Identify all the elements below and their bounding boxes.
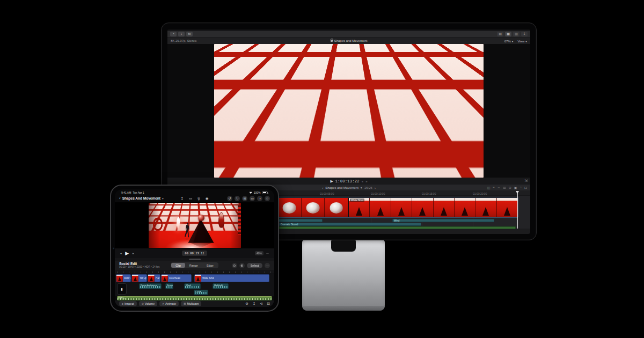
color-adjust-icon[interactable]: ◑ [257,196,262,201]
export-icon[interactable]: ↥ [181,196,184,201]
volume-icon: ⊙ [142,302,144,305]
ipad-timeline-ruler[interactable] [115,270,274,274]
scene-filmstrip-wall [238,205,241,235]
timeline-expand-icon[interactable]: ⇲ [524,179,528,183]
skip-forward-icon[interactable]: » [365,180,367,183]
mac-toolbar: ◔ ↓ fx ▤ ▦ ▥ ↥ [167,31,530,38]
delete-icon[interactable]: ⊘ [245,302,248,306]
volume-button[interactable]: ⊙ Volume [139,301,158,306]
inspect-button[interactable]: ≡ Inspect [119,301,137,306]
skip-back-icon[interactable]: « [362,180,363,183]
ipad-timeline-header: Social Edit 00:20 • 3840 × 2160 • HDR • … [115,261,274,270]
audio-clip-crash[interactable]: Crash [194,290,208,295]
video-clip-overhead[interactable]: Overhead [161,274,192,282]
video-clip-tilt-up[interactable]: Tilt Up [131,274,147,282]
inspector-toggle-icon[interactable]: ▥ [513,32,519,36]
video-clip-spheres[interactable] [278,198,348,217]
music-track[interactable] [279,226,516,229]
ipad-status-bar: 9:41 AM Tue Apr 1 100% [115,189,274,194]
animate-button[interactable]: ◇ Animate [159,301,179,306]
snapping-icon[interactable]: ⊞ [503,186,506,189]
audio-clip-drone[interactable]: Drone [165,283,173,289]
audio-clip[interactable] [277,219,323,222]
redo-icon[interactable]: ↻ [235,196,240,201]
studio-display-stand [302,239,385,311]
ipad-viewer [115,202,274,248]
timeline-duration: 16:26 [364,186,372,189]
multicam-icon: ⊞ [184,302,186,305]
clip-thumbnail [162,275,168,282]
browser-toggle-icon[interactable]: ▤ [497,32,503,36]
mute-icon[interactable]: ⊲ [260,302,262,306]
gap-clip[interactable]: ▮ [117,283,127,295]
background-tasks-icon[interactable]: ◔ [170,32,177,36]
record-icon[interactable]: ◉ [206,196,209,201]
timeline-next-icon[interactable]: › [375,186,376,189]
back-button[interactable]: ‹ Shapes And Movement ▾ [119,196,164,201]
final-cut-pro-ipad-app: 9:41 AM Tue Apr 1 100% ‹ Shapes And Move… [115,189,274,307]
video-clip-wide-shot[interactable]: Wide Shot [194,274,269,282]
ipad-player-controls: « ▶ » 00:00:13:11 40% ⋯ [115,248,274,258]
ipad-audio-tracks: ▮ Room Ambience Drone Wind Highlight Cra… [115,283,274,296]
scene-light-portal [292,85,310,127]
mode-range[interactable]: Range [185,263,202,268]
more-icon[interactable]: ⋯ [266,252,269,255]
audio-clip-dramatic-sound[interactable]: Dramatic Sound [279,223,421,226]
timeline-prev-icon[interactable]: ‹ [322,186,323,189]
timeline-settings-icon[interactable]: ⊟ [524,186,527,189]
viewer-info-bar: 8K 29.97p, Stereo Shapes and Movement 67… [167,38,530,44]
audio-clip-room-ambience[interactable]: Room Ambience [139,283,162,289]
solo-icon[interactable]: ▣ [514,186,517,189]
export-clip-icon[interactable]: ↥ [253,302,255,306]
audio-clip-highlight[interactable]: Highlight [213,283,229,289]
share-icon[interactable]: ↥ [521,32,528,36]
audio-clip-wind[interactable]: Wind [184,283,201,289]
timeline-more-icon[interactable]: ⋯ [265,263,270,268]
music-track-08-flux[interactable]: 08 Flux [117,296,272,300]
video-clip-rolling-ball[interactable]: Rolling Ball [116,274,131,282]
mode-edge[interactable]: Edge [202,263,218,268]
clip-appearance-icon[interactable]: ◫ [487,186,491,189]
ruler-tick: 01:00:05:00 [320,192,334,195]
viewer-zoom-level[interactable]: 40% [255,251,264,255]
effects-icon[interactable]: fx [186,32,193,36]
grid-view-icon[interactable]: ⊞ [242,196,247,201]
timeline-toggle-icon[interactable]: ▦ [505,32,511,36]
timeline-project-title[interactable]: Shapes and Movement [325,186,358,189]
ipad-timecode[interactable]: 00:00:13:11 [182,251,207,256]
play-button[interactable]: ▶ [330,179,333,183]
video-clip-hands[interactable]: Hands [148,274,160,282]
undo-icon[interactable]: ↺ [227,196,232,201]
audio-skimming-icon[interactable]: ≈ [493,186,494,189]
scene-man-silhouette [317,103,340,152]
clock-icon[interactable]: ◔ [519,186,522,189]
scene-wall-ring [152,216,164,232]
aspect-icon[interactable]: ⊡ [267,302,270,306]
mode-clip[interactable]: Clip [171,263,185,268]
primary-storyline: Wide Shot [277,197,518,218]
display-mode-icon[interactable]: ▭ [250,196,255,201]
timeline-zoom-icon[interactable]: ⊕ [239,263,245,268]
ipad-nav-bar: ‹ Shapes And Movement ▾ ↥ ▭ ψ ◉ ↺ ↻ ⊞ ▭ … [115,194,274,202]
skimming-icon[interactable]: ⊙ [509,186,511,189]
wifi-icon [249,192,252,194]
ruler-tick: 01:00:10:00 [371,192,385,195]
media-browser-icon[interactable]: ▭ [189,196,192,201]
video-clip-wide-shot[interactable]: Wide Shot [349,198,518,217]
chevron-down-icon: ▾ [162,197,164,200]
viewer-video-frame [214,44,484,178]
select-button[interactable]: Select [247,263,262,268]
snap-icon[interactable]: ⊙ [232,263,237,268]
multicam-button[interactable]: ⊞ Multicam [181,301,201,306]
playhead[interactable] [517,191,518,229]
remove-icon[interactable]: ⊖ [265,196,270,201]
timeline-title-chevron-icon[interactable]: ▾ [361,186,362,189]
import-icon[interactable]: ↓ [178,32,185,36]
stand-base [302,306,385,311]
ipad-video-track: Rolling Ball Tilt Up Hands Overhead Wide… [115,274,274,283]
audio-clip-wind[interactable]: Wind [392,219,494,222]
zoom-fit-icon[interactable]: ↔ [497,186,501,189]
timeline-project-info: 00:20 • 3840 × 2160 • HDR • 24 fps [119,266,159,269]
voiceover-icon[interactable]: ψ [197,196,200,201]
scene-light-portal [175,217,181,231]
